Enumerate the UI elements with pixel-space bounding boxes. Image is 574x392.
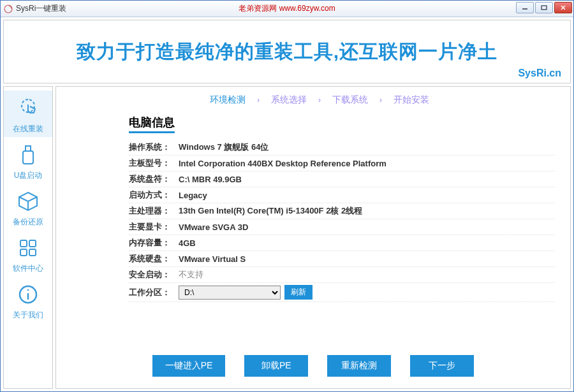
info-row-disk: 系统硬盘：VMware Virtual S bbox=[129, 251, 555, 267]
info-row-boot-mode: 启动方式：Legacy bbox=[129, 187, 555, 203]
banner-text: 致力于打造最纯净的重装工具,还互联网一片净土 bbox=[77, 39, 497, 65]
sidebar-item-label: U盘启动 bbox=[14, 170, 43, 181]
info-value: 4GB bbox=[179, 238, 196, 248]
step-env-check[interactable]: 环境检测 bbox=[210, 94, 246, 106]
window-title: SysRi一键重装 bbox=[16, 3, 66, 14]
titlebar: SysRi一键重装 老弟资源网 www.69zyw.com bbox=[1, 1, 573, 17]
svg-rect-6 bbox=[26, 146, 31, 151]
usb-icon bbox=[14, 141, 42, 169]
info-key: 主板型号： bbox=[129, 157, 179, 169]
partition-select[interactable]: D:\ bbox=[179, 286, 281, 300]
step-breadcrumb: 环境检测 › 系统选择 › 下载系统 › 开始安装 bbox=[71, 94, 555, 106]
sidebar-item-label: 在线重装 bbox=[13, 124, 43, 134]
minimize-button[interactable] bbox=[516, 2, 534, 13]
svg-point-0 bbox=[4, 5, 12, 13]
enter-pe-button[interactable]: 一键进入PE bbox=[152, 355, 226, 377]
info-value: Intel Corporation 440BX Desktop Referenc… bbox=[179, 159, 386, 168]
info-row-secure-boot: 安全启动：不支持 bbox=[129, 267, 555, 283]
chevron-right-icon: › bbox=[257, 96, 260, 105]
sidebar-item-label: 软件中心 bbox=[13, 263, 43, 274]
close-button[interactable] bbox=[554, 2, 572, 13]
info-row-motherboard: 主板型号：Intel Corporation 440BX Desktop Ref… bbox=[129, 156, 555, 171]
info-row-memory: 内存容量：4GB bbox=[129, 235, 555, 251]
grid-icon bbox=[14, 234, 42, 262]
svg-rect-7 bbox=[20, 240, 27, 247]
sidebar-item-online-reinstall[interactable]: 在线重装 bbox=[4, 91, 52, 137]
sidebar-item-software-center[interactable]: 软件中心 bbox=[4, 230, 52, 277]
info-row-os: 操作系统：Windows 7 旗舰版 64位 bbox=[129, 140, 555, 156]
info-icon bbox=[14, 280, 42, 309]
banner-subtext: SysRi.cn bbox=[518, 68, 561, 79]
info-key: 主处理器： bbox=[129, 205, 179, 217]
sidebar-item-backup-restore[interactable]: 备份还原 bbox=[4, 184, 52, 230]
step-system-select[interactable]: 系统选择 bbox=[271, 94, 307, 106]
info-key: 系统盘符： bbox=[129, 173, 179, 185]
info-key: 主要显卡： bbox=[129, 221, 179, 233]
svg-rect-9 bbox=[20, 249, 27, 256]
svg-rect-5 bbox=[23, 151, 33, 164]
refresh-button[interactable]: 刷新 bbox=[284, 285, 313, 300]
info-row-cpu: 主处理器：13th Gen Intel(R) Core(TM) i5-13400… bbox=[129, 203, 555, 219]
info-value: 不支持 bbox=[179, 269, 203, 280]
touch-icon bbox=[14, 94, 42, 122]
app-window: SysRi一键重装 老弟资源网 www.69zyw.com 致力于打造最纯净的重… bbox=[0, 0, 574, 392]
box-icon bbox=[14, 187, 42, 215]
info-key: 内存容量： bbox=[129, 237, 179, 249]
info-row-system-drive: 系统盘符：C:\ MBR 49.9GB bbox=[129, 171, 555, 187]
info-key: 系统硬盘： bbox=[129, 253, 179, 265]
svg-rect-2 bbox=[541, 6, 547, 10]
info-row-gpu: 主要显卡：VMware SVGA 3D bbox=[129, 219, 555, 235]
info-row-work-partition: 工作分区： D:\ 刷新 bbox=[129, 283, 555, 302]
step-install[interactable]: 开始安装 bbox=[394, 94, 429, 106]
info-value: VMware SVGA 3D bbox=[179, 222, 248, 232]
next-button[interactable]: 下一步 bbox=[410, 355, 474, 377]
info-value: VMware Virtual S bbox=[179, 254, 246, 264]
info-key: 工作分区： bbox=[129, 287, 179, 298]
sidebar-item-label: 备份还原 bbox=[13, 217, 43, 228]
window-controls bbox=[516, 2, 572, 13]
sidebar-item-usb-boot[interactable]: U盘启动 bbox=[4, 137, 52, 184]
action-bar: 一键进入PE 卸载PE 重新检测 下一步 bbox=[71, 355, 555, 381]
maximize-button[interactable] bbox=[535, 2, 553, 13]
info-heading: 电脑信息 bbox=[129, 115, 175, 133]
info-key: 启动方式： bbox=[129, 189, 179, 201]
info-key: 操作系统： bbox=[129, 142, 179, 153]
banner: 致力于打造最纯净的重装工具,还互联网一片净土 SysRi.cn bbox=[3, 20, 571, 83]
sidebar-item-label: 关于我们 bbox=[13, 310, 43, 321]
content-panel: 环境检测 › 系统选择 › 下载系统 › 开始安装 电脑信息 操作系统：Wind… bbox=[55, 86, 571, 389]
computer-info: 电脑信息 操作系统：Windows 7 旗舰版 64位 主板型号：Intel C… bbox=[129, 115, 555, 302]
app-icon bbox=[3, 4, 13, 14]
info-key: 安全启动： bbox=[129, 269, 179, 280]
info-value: Legacy bbox=[179, 191, 207, 200]
info-value: C:\ MBR 49.9GB bbox=[179, 175, 242, 184]
svg-rect-8 bbox=[29, 240, 36, 247]
chevron-right-icon: › bbox=[318, 96, 321, 105]
svg-rect-10 bbox=[29, 249, 36, 256]
unload-pe-button[interactable]: 卸载PE bbox=[244, 355, 308, 377]
recheck-button[interactable]: 重新检测 bbox=[327, 355, 391, 377]
info-value: Windows 7 旗舰版 64位 bbox=[179, 142, 269, 153]
chevron-right-icon: › bbox=[379, 96, 382, 105]
titlebar-center-text: 老弟资源网 www.69zyw.com bbox=[239, 3, 335, 14]
step-download[interactable]: 下载系统 bbox=[332, 94, 368, 106]
sidebar-item-about[interactable]: 关于我们 bbox=[4, 277, 52, 323]
sidebar: 在线重装 U盘启动 备份还原 bbox=[3, 86, 53, 389]
info-value: 13th Gen Intel(R) Core(TM) i5-13400F 2核 … bbox=[179, 205, 362, 217]
